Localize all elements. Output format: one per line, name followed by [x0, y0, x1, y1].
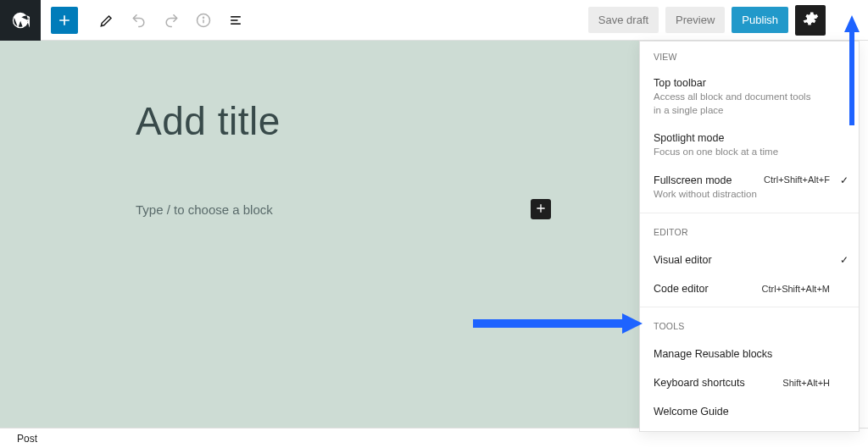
menu-item-desc: Access all block and document tools in a… [654, 91, 815, 117]
breadcrumb[interactable]: Post [17, 433, 37, 445]
block-placeholder-row: Type / to choose a block [136, 199, 551, 219]
menu-item-label: Code editor [654, 283, 709, 295]
outline-button[interactable] [220, 5, 251, 36]
menu-item-code-editor[interactable]: Code editor Ctrl+Shift+Alt+M [640, 274, 859, 303]
menu-item-label: Spotlight mode [654, 132, 845, 144]
check-icon: ✓ [840, 174, 849, 186]
info-button[interactable] [188, 5, 219, 36]
inline-add-block-button[interactable] [531, 199, 551, 219]
svg-point-2 [203, 17, 204, 18]
edit-mode-button[interactable] [92, 5, 122, 36]
menu-item-label: Manage Reusable blocks [654, 348, 772, 360]
menu-item-label: Welcome Guide [654, 406, 729, 418]
more-options-menu: VIEW Top toolbar Access all block and do… [639, 41, 860, 432]
plus-icon [534, 202, 548, 218]
menu-item-shortcut: Ctrl+Shift+Alt+F [764, 174, 830, 185]
undo-button[interactable] [124, 5, 154, 36]
menu-item-manage-reusable-blocks[interactable]: Manage Reusable blocks [640, 340, 859, 368]
add-block-button[interactable] [51, 7, 78, 34]
redo-button[interactable] [156, 5, 186, 36]
settings-button[interactable] [795, 5, 826, 36]
gear-icon [802, 10, 819, 30]
check-icon: ✓ [840, 254, 849, 266]
menu-separator [640, 307, 859, 307]
preview-button[interactable]: Preview [665, 7, 725, 33]
menu-item-desc: Work without distraction [654, 188, 815, 202]
menu-item-shortcut: Shift+Alt+H [782, 378, 830, 388]
menu-item-desc: Focus on one block at a time [654, 146, 815, 159]
menu-item-label: Visual editor [654, 254, 712, 266]
toolbar-tools-group [85, 5, 258, 36]
menu-item-label: Keyboard shortcuts [654, 377, 745, 389]
editor-canvas: Add title Type / to choose a block [0, 41, 640, 434]
menu-item-fullscreen-mode[interactable]: Fullscreen mode Work without distraction… [640, 168, 859, 210]
menu-item-keyboard-shortcuts[interactable]: Keyboard shortcuts Shift+Alt+H [640, 368, 859, 397]
menu-item-spotlight-mode[interactable]: Spotlight mode Focus on one block at a t… [640, 125, 859, 168]
more-options-button[interactable] [832, 5, 863, 36]
block-placeholder-input[interactable]: Type / to choose a block [136, 202, 517, 217]
publish-button[interactable]: Publish [732, 7, 788, 33]
menu-item-top-toolbar[interactable]: Top toolbar Access all block and documen… [640, 70, 859, 125]
wordpress-logo[interactable] [0, 0, 41, 41]
menu-item-welcome-guide[interactable]: Welcome Guide [640, 397, 859, 426]
toolbar-right-group: Save draft Preview Publish [588, 5, 868, 36]
post-title-input[interactable]: Add title [136, 98, 572, 144]
menu-section-tools: TOOLS [640, 311, 859, 340]
menu-item-label: Top toolbar [654, 77, 845, 89]
menu-section-editor: EDITOR [640, 217, 859, 246]
save-draft-button[interactable]: Save draft [588, 7, 659, 33]
menu-separator [640, 213, 859, 213]
menu-item-visual-editor[interactable]: Visual editor ✓ [640, 246, 859, 274]
menu-item-copy-all-blocks[interactable]: Copy all blocks [640, 426, 859, 432]
top-toolbar: Save draft Preview Publish [0, 0, 868, 41]
menu-section-view: VIEW [640, 41, 859, 70]
menu-item-shortcut: Ctrl+Shift+Alt+M [762, 284, 830, 294]
